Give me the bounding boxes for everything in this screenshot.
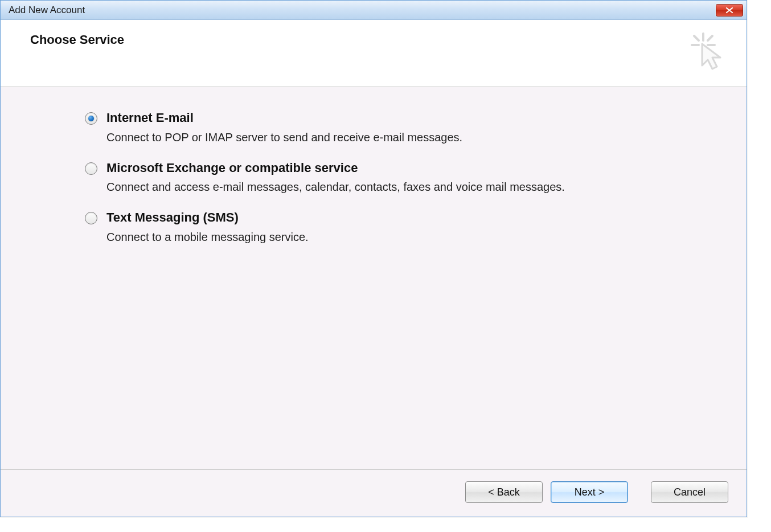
cancel-button[interactable]: Cancel bbox=[651, 481, 728, 503]
option-description: Connect to POP or IMAP server to send an… bbox=[106, 130, 462, 145]
close-button[interactable] bbox=[716, 4, 743, 17]
radio-sms[interactable] bbox=[85, 212, 97, 224]
wizard-footer: < Back Next > Cancel bbox=[1, 469, 747, 517]
next-button[interactable]: Next > bbox=[551, 481, 628, 503]
option-title: Text Messaging (SMS) bbox=[106, 210, 309, 226]
titlebar[interactable]: Add New Account bbox=[1, 1, 747, 20]
wizard-header: Choose Service bbox=[1, 20, 747, 87]
option-internet-email[interactable]: Internet E-mail Connect to POP or IMAP s… bbox=[85, 110, 717, 145]
radio-exchange[interactable] bbox=[85, 162, 97, 175]
option-description: Connect and access e-mail messages, cale… bbox=[106, 179, 565, 195]
svg-line-2 bbox=[694, 36, 699, 40]
radio-internet-email[interactable] bbox=[85, 112, 97, 125]
option-sms[interactable]: Text Messaging (SMS) Connect to a mobile… bbox=[85, 210, 717, 245]
close-icon bbox=[725, 7, 734, 14]
option-exchange[interactable]: Microsoft Exchange or compatible service… bbox=[85, 160, 717, 195]
option-title: Microsoft Exchange or compatible service bbox=[106, 160, 565, 177]
back-button[interactable]: < Back bbox=[465, 481, 543, 503]
page-title: Choose Service bbox=[30, 32, 724, 47]
option-title: Internet E-mail bbox=[106, 110, 462, 126]
option-description: Connect to a mobile messaging service. bbox=[106, 230, 309, 245]
cursor-click-icon bbox=[687, 30, 729, 72]
options-panel: Internet E-mail Connect to POP or IMAP s… bbox=[1, 87, 747, 469]
window-title: Add New Account bbox=[9, 5, 716, 16]
add-new-account-dialog: Add New Account Choose Service Internet … bbox=[0, 0, 747, 517]
svg-line-3 bbox=[708, 36, 712, 40]
